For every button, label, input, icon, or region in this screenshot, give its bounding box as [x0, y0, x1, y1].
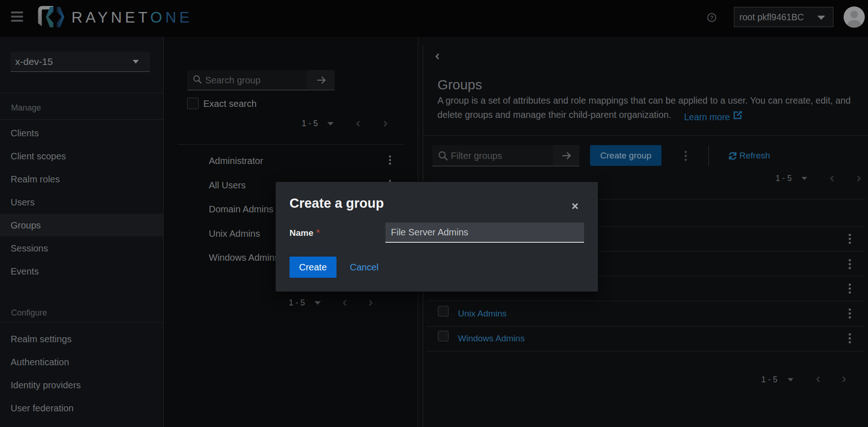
svg-text:?: ? [710, 15, 714, 21]
